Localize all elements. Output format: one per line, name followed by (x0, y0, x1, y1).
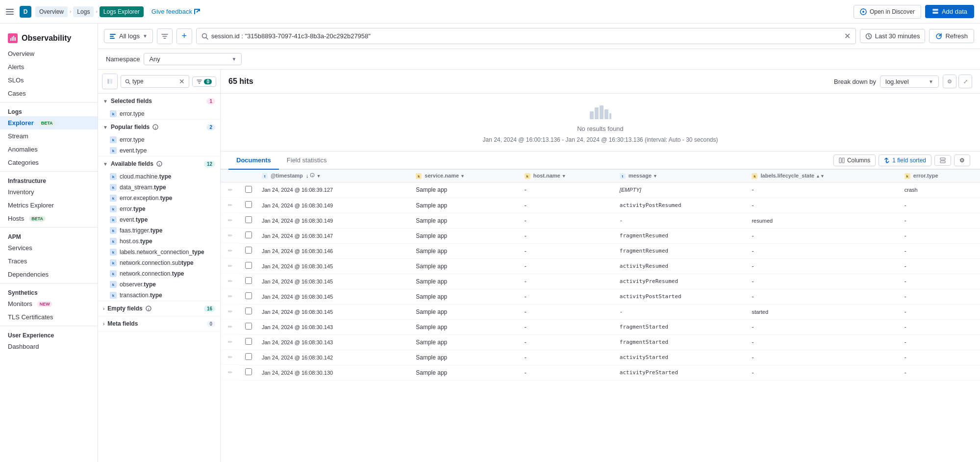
sidebar-item-traces[interactable]: Traces (0, 255, 98, 268)
empty-fields-header[interactable]: › Empty fields i 16 (98, 301, 220, 316)
search-clear-button[interactable]: ✕ (844, 31, 851, 41)
row-edit-icon[interactable]: ✏ (226, 261, 234, 270)
row-edit-icon[interactable]: ✏ (226, 337, 234, 346)
hamburger-menu[interactable] (6, 7, 16, 17)
field-item-labels-network-type[interactable]: k labels.network_connection_type (98, 247, 220, 257)
sidebar-item-services[interactable]: Services (0, 241, 98, 255)
field-item-network-type[interactable]: k network.connection.type (98, 268, 220, 279)
row-select-checkbox[interactable] (245, 353, 252, 360)
row-edit-icon[interactable]: ✏ (226, 277, 234, 285)
breakdown-settings-button[interactable]: ⚙ (943, 75, 956, 88)
all-logs-button[interactable]: All logs ▼ (104, 29, 153, 43)
field-item-observer-type[interactable]: k observer.type (98, 279, 220, 290)
th-service-name[interactable]: k service.name ▼ (411, 170, 519, 182)
row-edit-icon[interactable]: ✏ (226, 231, 234, 240)
fields-search-clear[interactable]: ✕ (179, 77, 185, 85)
row-select-checkbox[interactable] (245, 277, 252, 284)
popular-fields-header[interactable]: ▼ Popular fields i 2 (98, 120, 220, 134)
row-select-checkbox[interactable] (245, 323, 252, 330)
sidebar-item-dependencies[interactable]: Dependencies (0, 268, 98, 281)
open-discover-button[interactable]: Open in Discover (854, 5, 921, 19)
row-select-checkbox[interactable] (245, 262, 252, 269)
sidebar-item-explorer[interactable]: Explorer BETA (0, 116, 98, 129)
sidebar-item-tls-certificates[interactable]: TLS Certificates (0, 310, 98, 324)
sidebar-item-stream[interactable]: Stream (0, 129, 98, 143)
tab-field-statistics[interactable]: Field statistics (279, 152, 335, 170)
row-select-checkbox[interactable] (245, 368, 252, 375)
sidebar-item-hosts[interactable]: Hosts BETA (0, 212, 98, 225)
field-item-event-type-popular[interactable]: k event.type (98, 145, 220, 156)
field-item-host-os-type[interactable]: k host.os.type (98, 236, 220, 247)
sort-button[interactable]: 1 field sorted (879, 154, 931, 166)
th-lifecycle-state[interactable]: k labels.lifecycle_state ▲▼ (747, 170, 899, 182)
th-host-name[interactable]: k host.name ▼ (520, 170, 615, 182)
row-edit-icon[interactable]: ✏ (226, 185, 234, 194)
row-edit-icon[interactable]: ✏ (226, 246, 234, 255)
sidebar-item-anomalies[interactable]: Anomalies (0, 143, 98, 156)
sidebar-item-dashboard[interactable]: Dashboard (0, 340, 98, 353)
breadcrumb-logs-explorer[interactable]: Logs Explorer (100, 6, 144, 17)
sidebar-item-metrics-explorer[interactable]: Metrics Explorer (0, 199, 98, 212)
breakdown-fullscreen-button[interactable]: ⤢ (958, 75, 972, 88)
row-select-checkbox[interactable] (245, 231, 252, 238)
row-edit-icon[interactable]: ✏ (226, 322, 234, 331)
row-height-button[interactable] (934, 155, 951, 166)
breadcrumb-observability[interactable]: Overview (35, 6, 68, 17)
available-fields-header[interactable]: ▼ Available fields i 12 (98, 156, 220, 171)
sidebar-item-inventory[interactable]: Inventory (0, 185, 98, 199)
field-item-faas-trigger-type[interactable]: k faas.trigger.type (98, 225, 220, 236)
fields-filter-button[interactable]: 0 (192, 77, 216, 87)
row-select-checkbox[interactable] (245, 308, 252, 314)
fields-search[interactable]: ✕ (121, 75, 189, 88)
field-item-data-stream-type[interactable]: k data_stream.type (98, 182, 220, 193)
row-select-checkbox[interactable] (245, 338, 252, 345)
row-edit-icon[interactable]: ✏ (226, 216, 234, 225)
row-select-checkbox[interactable] (245, 247, 252, 254)
sidebar-item-monitors[interactable]: Monitors NEW (0, 297, 98, 310)
sidebar-item-slos[interactable]: SLOs (0, 74, 98, 87)
selected-fields-header[interactable]: ▼ Selected fields 1 (98, 94, 220, 108)
meta-fields-count: 0 (206, 321, 215, 327)
feedback-link[interactable]: Give feedback (151, 8, 200, 15)
row-select-checkbox[interactable] (245, 292, 252, 299)
field-item-network-subtype[interactable]: k network.connection.subtype (98, 257, 220, 268)
filter-button[interactable] (157, 28, 173, 44)
field-item-error-type-avail[interactable]: k error.type (98, 204, 220, 214)
th-message[interactable]: t message ▼ (615, 170, 747, 182)
row-edit-icon[interactable]: ✏ (226, 292, 234, 301)
row-edit-icon[interactable]: ✏ (226, 368, 234, 377)
breadcrumb-logs[interactable]: Logs (73, 6, 94, 17)
add-data-button[interactable]: Add data (925, 5, 974, 18)
th-error-type[interactable]: k error.type (900, 170, 980, 182)
field-item-error-type-popular[interactable]: k error.type (98, 134, 220, 145)
sidebar-item-alerts[interactable]: Alerts (0, 60, 98, 74)
namespace-select[interactable]: Any ▼ (144, 53, 242, 65)
add-filter-button[interactable]: + (176, 28, 192, 44)
field-item-error-exception-type[interactable]: k error.exception.type (98, 193, 220, 204)
row-select-checkbox[interactable] (245, 216, 252, 223)
field-item-error-type-selected[interactable]: k error.type (98, 108, 220, 119)
table-settings-button[interactable]: ⚙ (954, 154, 970, 166)
tab-documents[interactable]: Documents (228, 152, 279, 170)
search-input[interactable] (211, 32, 841, 40)
breakdown-select[interactable]: log.level ▼ (880, 76, 939, 88)
field-item-transaction-type[interactable]: k transaction.type (98, 290, 220, 301)
row-select-checkbox[interactable] (245, 201, 252, 208)
sidebar-item-categories[interactable]: Categories (0, 156, 98, 169)
field-item-event-type-avail[interactable]: k event.type (98, 214, 220, 225)
th-timestamp[interactable]: t @timestamp ↓ i ▼ (257, 170, 411, 182)
search-bar[interactable]: ✕ (196, 28, 856, 44)
row-edit-icon[interactable]: ✏ (226, 201, 234, 209)
row-edit-icon[interactable]: ✏ (226, 307, 234, 316)
sidebar-item-overview[interactable]: Overview (0, 47, 98, 60)
field-item-cloud-machine-type[interactable]: k cloud.machine.type (98, 171, 220, 182)
sidebar-item-cases[interactable]: Cases (0, 87, 98, 100)
refresh-button[interactable]: Refresh (929, 29, 974, 43)
time-picker[interactable]: Last 30 minutes (860, 29, 926, 43)
collapse-sidebar-button[interactable] (102, 74, 118, 89)
row-select-checkbox[interactable] (245, 186, 252, 193)
columns-button[interactable]: Columns (833, 154, 876, 166)
meta-fields-header[interactable]: › Meta fields 0 (98, 316, 220, 331)
row-edit-icon[interactable]: ✏ (226, 353, 234, 361)
fields-search-input[interactable] (132, 78, 177, 85)
